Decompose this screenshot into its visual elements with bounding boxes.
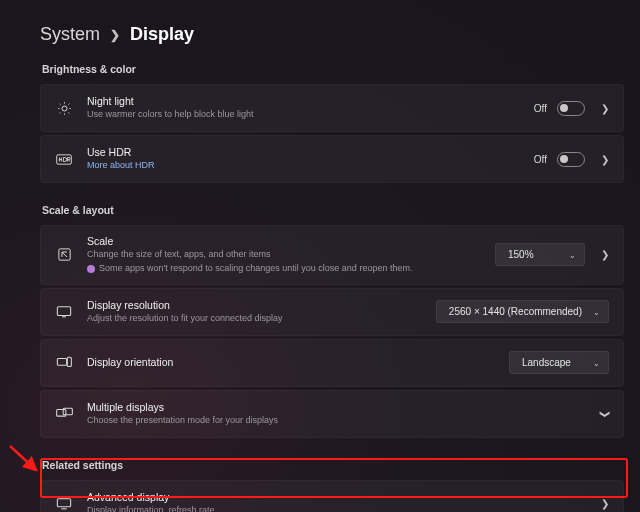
svg-rect-4 [57,359,66,366]
night-light-title: Night light [87,95,534,108]
row-orientation[interactable]: Display orientation Landscape ⌄ [40,339,624,387]
row-advanced-display[interactable]: Advanced display Display information, re… [40,480,624,512]
row-multiple-displays[interactable]: Multiple displays Choose the presentatio… [40,390,624,438]
night-light-sub: Use warmer colors to help block blue lig… [87,109,534,120]
scale-title: Scale [87,235,495,248]
row-hdr[interactable]: Use HDR More about HDR Off ❯ [40,135,624,183]
night-light-icon [53,101,75,116]
orientation-icon [53,356,75,369]
multiple-title: Multiple displays [87,401,595,414]
row-scale[interactable]: Scale Change the size of text, apps, and… [40,225,624,285]
section-brightness-title: Brightness & color [42,63,624,75]
chevron-right-icon: ❯ [110,28,120,42]
advanced-sub: Display information, refresh rate [87,505,595,512]
chevron-right-icon[interactable]: ❯ [601,249,609,260]
breadcrumb-parent[interactable]: System [40,24,100,45]
svg-point-0 [62,106,67,111]
chevron-down-icon: ⌄ [593,358,600,367]
breadcrumb: System ❯ Display [40,24,624,45]
orientation-dropdown[interactable]: Landscape ⌄ [509,351,609,374]
night-light-toggle[interactable] [557,101,585,116]
multiple-displays-icon [53,407,75,420]
orientation-title: Display orientation [87,356,509,369]
scale-icon [53,247,75,262]
orientation-value: Landscape [522,357,571,368]
resolution-sub: Adjust the resolution to fit your connec… [87,313,436,324]
scale-dropdown[interactable]: 150% ⌄ [495,243,585,266]
chevron-down-icon[interactable]: ❯ [600,410,611,418]
section-scale-title: Scale & layout [42,204,624,216]
resolution-value: 2560 × 1440 (Recommended) [449,306,582,317]
hdr-icon [53,154,75,165]
section-related-title: Related settings [42,459,624,471]
night-light-state: Off [534,103,547,114]
chevron-right-icon[interactable]: ❯ [601,498,609,509]
row-resolution[interactable]: Display resolution Adjust the resolution… [40,288,624,336]
advanced-title: Advanced display [87,491,595,504]
resolution-icon [53,305,75,318]
breadcrumb-current: Display [130,24,194,45]
row-night-light[interactable]: Night light Use warmer colors to help bl… [40,84,624,132]
warning-dot-icon [87,265,95,273]
hdr-title: Use HDR [87,146,534,159]
scale-warn: Some apps won't respond to scaling chang… [99,263,412,274]
hdr-toggle[interactable] [557,152,585,167]
hdr-link[interactable]: More about HDR [87,160,534,171]
chevron-right-icon[interactable]: ❯ [601,103,609,114]
chevron-down-icon: ⌄ [569,250,576,259]
svg-rect-3 [57,307,70,316]
resolution-dropdown[interactable]: 2560 × 1440 (Recommended) ⌄ [436,300,609,323]
scale-value: 150% [508,249,534,260]
chevron-right-icon[interactable]: ❯ [601,154,609,165]
scale-sub: Change the size of text, apps, and other… [87,249,495,260]
hdr-state: Off [534,154,547,165]
resolution-title: Display resolution [87,299,436,312]
chevron-down-icon: ⌄ [593,307,600,316]
svg-rect-8 [57,499,70,507]
multiple-sub: Choose the presentation mode for your di… [87,415,595,426]
advanced-display-icon [53,497,75,510]
svg-rect-5 [67,357,71,366]
